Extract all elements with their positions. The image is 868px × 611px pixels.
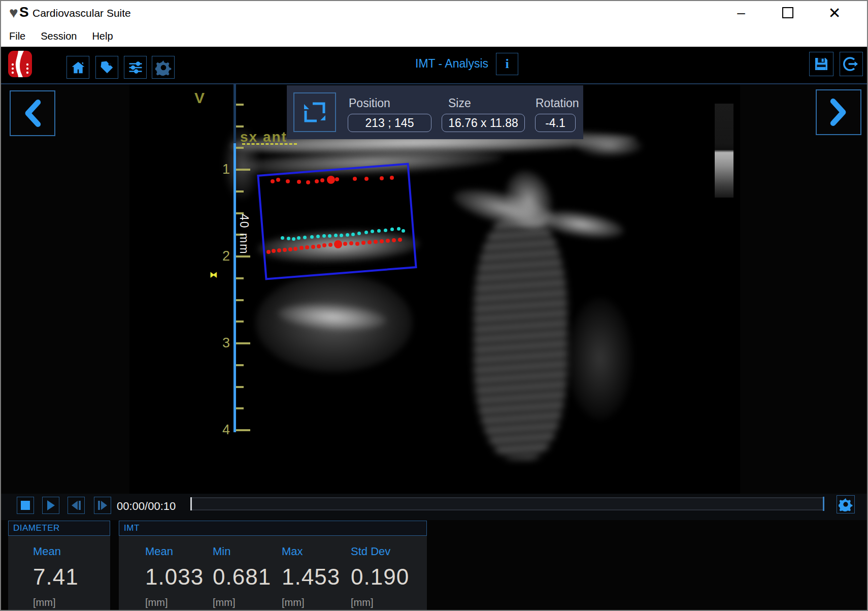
media-adventitia-dot — [361, 241, 365, 245]
heart-logo-icon: ♥ — [9, 4, 18, 21]
minimize-button[interactable]: – — [726, 1, 756, 24]
ultrasound-viewport[interactable]: 1234 40 mm V sx ant ⧓ P — [129, 84, 740, 494]
near-wall-main-marker — [327, 176, 335, 184]
rotation-label: Rotation — [536, 97, 579, 110]
save-button[interactable]: 1 — [809, 52, 833, 76]
media-adventitia-dot — [288, 247, 292, 251]
media-adventitia-dot — [374, 240, 378, 244]
intima-lumen-dot — [351, 233, 355, 236]
size-value[interactable]: 16.76 x 11.88 — [442, 114, 525, 132]
diameter-panel: DIAMETER Mean 7.41 [mm] — [8, 521, 110, 611]
imt-panel-header: IMT — [119, 521, 427, 536]
previous-image-button[interactable] — [10, 90, 55, 136]
playback-bar: 00:00/00:10 — [1, 494, 867, 520]
step-forward-icon — [97, 500, 108, 510]
playback-gear-icon — [839, 497, 853, 511]
preferences-gear-button[interactable] — [152, 56, 175, 79]
intima-lumen-dot — [310, 235, 314, 239]
intima-lumen-dot — [334, 234, 338, 237]
home-button[interactable] — [66, 56, 89, 79]
menu-file[interactable]: File — [9, 30, 25, 42]
info-icon: i — [505, 56, 509, 72]
tag-icon — [99, 60, 115, 75]
resize-roi-button[interactable] — [293, 92, 336, 132]
roi-properties-panel: Position 213 ; 145 Size 16.76 x 11.88 Ro… — [287, 85, 583, 139]
seek-bar[interactable] — [190, 497, 824, 510]
stat-label: Min — [213, 545, 271, 558]
stat-unit: [mm] — [213, 597, 271, 608]
near-wall-dot — [286, 179, 290, 183]
stat-label: Mean — [145, 545, 204, 558]
media-adventitia-dot — [272, 249, 276, 253]
maximize-icon — [782, 7, 793, 18]
intima-lumen-dot — [281, 236, 284, 240]
media-adventitia-dot — [386, 239, 390, 243]
close-button[interactable]: ✕ — [819, 1, 850, 24]
minimize-icon: – — [737, 5, 745, 21]
near-wall-dot — [276, 178, 280, 182]
info-button[interactable]: i — [496, 53, 518, 75]
imt-panel-body: Mean 1.033 [mm] Min 0.681 [mm] Max 1.453… — [119, 536, 427, 611]
step-forward-button[interactable] — [94, 497, 111, 514]
rotation-value[interactable]: -4.1 — [535, 114, 576, 132]
play-button[interactable] — [42, 497, 59, 514]
near-wall-dot — [353, 177, 357, 181]
step-backward-button[interactable] — [68, 497, 85, 514]
intima-lumen-dot — [340, 234, 343, 237]
view-title: IMT - Analysis — [377, 57, 488, 71]
menu-session[interactable]: Session — [41, 30, 77, 42]
time-counter: 00:00/00:10 — [117, 500, 176, 513]
media-adventitia-dot — [368, 240, 372, 244]
annotation-underline — [242, 143, 297, 145]
intima-lumen-dot — [328, 234, 331, 238]
intima-lumen-dot — [346, 233, 349, 237]
near-wall-dot — [335, 177, 339, 181]
maximize-button[interactable] — [773, 1, 803, 24]
exit-button[interactable] — [840, 52, 863, 76]
intima-lumen-dot — [384, 229, 387, 232]
playhead-marker[interactable] — [190, 497, 192, 510]
position-value[interactable]: 213 ; 145 — [348, 114, 431, 132]
seek-end-marker — [823, 497, 824, 511]
ruler-minor-tick — [236, 125, 244, 127]
media-adventitia-dot — [317, 244, 321, 248]
size-label: Size — [448, 97, 471, 110]
intima-lumen-dot — [364, 231, 368, 234]
stat-value: 7.41 — [33, 564, 79, 590]
playback-settings-button[interactable] — [837, 495, 855, 513]
stop-button[interactable] — [17, 497, 34, 514]
intima-lumen-dot — [292, 237, 295, 241]
toolbar: IMT - Analysis i 1 — [1, 47, 867, 84]
stat-label: Mean — [33, 545, 79, 558]
media-adventitia-dot — [398, 238, 402, 242]
menu-help[interactable]: Help — [92, 30, 113, 42]
near-wall-dot — [320, 178, 324, 182]
near-wall-dot — [306, 180, 310, 184]
focus-marker-icon: ⧓ — [210, 270, 217, 279]
ruler-minor-tick — [236, 407, 244, 409]
ruler-minor-tick — [236, 277, 244, 279]
stat-unit: [mm] — [33, 597, 79, 608]
depth-ruler-upper — [233, 84, 236, 143]
menu-bar: File Session Help — [1, 25, 867, 47]
media-adventitia-dot — [299, 246, 304, 250]
save-icon — [813, 56, 829, 72]
near-wall-dot — [315, 179, 319, 183]
chevron-left-icon — [21, 100, 44, 127]
intima-lumen-dot — [402, 229, 405, 233]
diameter-panel-header: DIAMETER — [8, 521, 110, 536]
ruler-major-tick — [236, 342, 250, 344]
settings-sliders-button[interactable] — [124, 56, 147, 79]
media-adventitia-dot — [277, 248, 281, 252]
next-image-button[interactable] — [816, 89, 861, 135]
near-wall-dot — [271, 179, 275, 183]
app-logo-letter: S — [19, 4, 29, 20]
ruler-depth-label: 1 — [215, 162, 230, 177]
imt-mean-column: Mean 1.033 [mm] — [145, 536, 204, 608]
tags-button[interactable] — [95, 56, 118, 79]
ruler-minor-tick — [236, 386, 244, 388]
imt-max-column: Max 1.453 [mm] — [282, 536, 340, 608]
diameter-mean-column: Mean 7.41 [mm] — [33, 536, 79, 608]
intima-lumen-dot — [357, 232, 361, 235]
media-adventitia-dot — [311, 245, 315, 249]
